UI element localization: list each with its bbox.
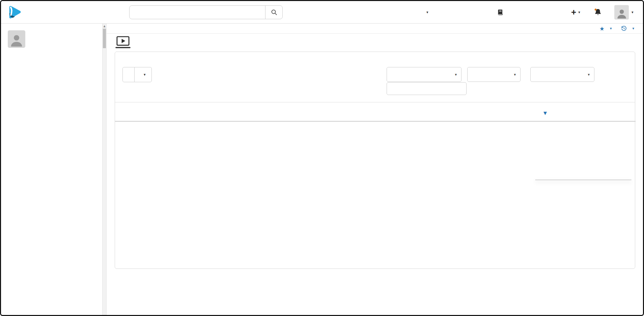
search-icon[interactable] [265,6,282,19]
search-input[interactable] [130,6,265,19]
app-logo[interactable] [6,1,25,23]
quick-add-menu[interactable]: + ▾ [571,1,580,23]
groups-filter-dropdown[interactable]: ▾ [467,67,521,82]
sort-desc-icon: ▼ [543,110,547,116]
account-menu[interactable]: ▾ [424,1,428,23]
profile-avatar [8,30,25,48]
chevron-down-icon: ▾ [632,26,634,31]
chevron-down-icon: ▾ [610,26,612,31]
recently-visited-button[interactable]: ▾ [621,26,634,31]
app-window: ▾ + ▾ ▾ ▲ [0,0,644,316]
page-header [115,36,140,49]
scrollbar-up-arrow[interactable]: ▲ [103,24,106,28]
new-button[interactable] [122,67,135,82]
sidebar [1,24,102,315]
column-header-groups [284,102,488,121]
chevron-down-icon: ▾ [588,72,590,77]
column-header-released[interactable] [488,102,543,121]
column-header-created[interactable]: ▼ [543,102,586,121]
chevron-down-icon: ▾ [144,72,146,77]
filter-text-input[interactable] [387,82,467,95]
column-header-actions [586,102,636,121]
favorites-button[interactable]: ★ ▾ [599,25,612,32]
chevron-down-icon: ▾ [632,10,634,14]
avatar [614,5,629,20]
filters: ▾ ▾ ▾ [387,67,594,95]
column-header-course[interactable] [135,102,284,121]
course-screen-icon [115,36,131,49]
global-search [129,5,283,19]
chevron-down-icon: ▾ [514,72,516,77]
star-icon: ★ [599,25,605,32]
visibility-filter-dropdown[interactable]: ▾ [387,67,461,82]
row-actions-menu [535,180,632,180]
bulk-edit-button[interactable]: ▾ [134,67,152,82]
history-icon [621,26,627,31]
courses-table: ▼ [115,102,636,122]
breadcrumb-bar: ★ ▾ ▾ [107,24,643,34]
topbar: ▾ + ▾ ▾ [1,1,643,24]
catalog-link[interactable] [497,1,506,23]
logo-play-icon [6,4,22,20]
courses-card: ▾ ▾ ▾ ▾ [115,52,635,269]
column-header-index [115,102,135,121]
main-content: ★ ▾ ▾ [107,24,643,315]
user-menu[interactable]: ▾ [614,1,634,23]
breadcrumb-actions: ★ ▾ ▾ [599,25,634,32]
plus-icon: + [571,8,576,17]
chevron-down-icon: ▾ [426,10,428,14]
scrollbar-thumb[interactable] [103,29,106,48]
book-icon [497,9,503,15]
chevron-down-icon: ▾ [578,10,580,14]
tags-filter-dropdown[interactable]: ▾ [530,67,594,82]
toolbar: ▾ ▾ ▾ ▾ [115,52,635,102]
notification-dot [595,8,597,10]
notifications-button[interactable] [594,1,602,23]
courses-table-wrap: ▼ [115,102,635,122]
sidebar-profile [1,24,102,59]
bell-icon [594,8,602,17]
toolbar-button-group: ▾ [122,67,152,82]
chevron-down-icon: ▾ [455,72,457,77]
menu-toggle-button[interactable] [93,1,95,23]
sidebar-scrollbar[interactable]: ▲ [102,24,107,315]
